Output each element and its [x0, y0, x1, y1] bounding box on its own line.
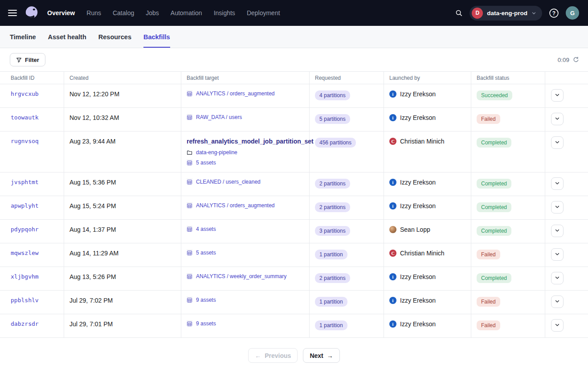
- user-avatar-icon: i: [389, 90, 396, 98]
- tab-asset-health[interactable]: Asset health: [48, 26, 86, 48]
- backfill-status-cell: Completed: [471, 172, 545, 196]
- backfill-id-link[interactable]: pdypqohr: [11, 226, 39, 233]
- svg-text:?: ?: [552, 10, 555, 16]
- row-expand-button[interactable]: [551, 248, 564, 261]
- backfill-target-link[interactable]: 5 assets: [196, 250, 216, 256]
- row-actions-cell: [545, 131, 588, 172]
- backfill-target-link[interactable]: ANALYTICS / orders_augmented: [196, 90, 275, 97]
- backfill-target-cell: 5 assets: [181, 243, 310, 267]
- topnav-right: D data-eng-prod ? G: [455, 6, 579, 21]
- nav-item-catalog[interactable]: Catalog: [113, 9, 134, 16]
- refresh-area: 0:09: [558, 57, 579, 63]
- nav-item-deployment[interactable]: Deployment: [247, 9, 280, 16]
- row-actions-cell: [545, 291, 588, 314]
- requested-cell: 2 partitions: [310, 196, 384, 219]
- search-icon[interactable]: [455, 9, 463, 17]
- backfill-target-link[interactable]: ANALYTICS / orders_augmented: [196, 202, 275, 209]
- nav-item-insights[interactable]: Insights: [214, 9, 235, 16]
- requested-cell: 1 partition: [310, 291, 384, 314]
- backfill-id-link[interactable]: jvsphtmt: [11, 179, 39, 185]
- table-icon: [187, 273, 192, 279]
- previous-page-button[interactable]: ← Previous: [248, 348, 298, 363]
- tab-backfills[interactable]: Backfills: [143, 26, 170, 48]
- user: iIzzy Erekson: [389, 297, 466, 304]
- dagster-logo[interactable]: [24, 5, 39, 21]
- chevron-down-icon: [555, 299, 560, 305]
- requested-cell: 3 partitions: [310, 220, 384, 243]
- tab-timeline[interactable]: Timeline: [10, 26, 36, 48]
- table-body: hrgvcxubNov 12, 12:20 PMANALYTICS / orde…: [0, 84, 588, 338]
- backfill-id-link[interactable]: ppblshlv: [11, 297, 39, 304]
- backfill-target-link[interactable]: 9 assets: [196, 320, 216, 327]
- overview-tabbar: TimelineAsset healthResourcesBackfills: [0, 26, 588, 48]
- refresh-icon[interactable]: [573, 57, 579, 63]
- deployment-switcher[interactable]: D data-eng-prod: [470, 6, 542, 21]
- next-page-button[interactable]: Next →: [303, 348, 339, 363]
- nav-item-overview[interactable]: Overview: [47, 9, 75, 16]
- row-expand-button[interactable]: [551, 272, 564, 284]
- backfill-target-cell: CLEANED / users_cleaned: [181, 172, 310, 196]
- backfill-target-link[interactable]: 4 assets: [196, 226, 216, 232]
- table-row: toowautkNov 12, 10:32 AMRAW_DATA / users…: [0, 108, 588, 131]
- user: Sean Lopp: [389, 226, 466, 233]
- filter-button[interactable]: Filter: [10, 53, 45, 66]
- user-avatar-icon: i: [389, 273, 396, 280]
- backfill-id-link[interactable]: rugnvsoq: [11, 138, 39, 144]
- row-expand-button[interactable]: [551, 89, 564, 102]
- pagination: ← Previous Next →: [0, 348, 588, 363]
- launched-by-cell: Sean Lopp: [384, 220, 471, 243]
- backfill-status-cell: Succeeded: [471, 84, 545, 107]
- target-line: CLEANED / users_cleaned: [187, 179, 304, 185]
- user-avatar[interactable]: G: [566, 6, 579, 20]
- created-cell: Nov 12, 10:32 AM: [64, 108, 181, 131]
- folder-icon: [187, 150, 192, 156]
- row-expand-button[interactable]: [551, 296, 564, 308]
- column-header: Launched by: [384, 72, 471, 84]
- target-line: ANALYTICS / weekly_order_summary: [187, 273, 304, 279]
- backfill-status-cell: Completed: [471, 220, 545, 243]
- backfill-target-cell: RAW_DATA / users: [181, 108, 310, 131]
- row-expand-button[interactable]: [551, 113, 564, 125]
- chevron-down-icon: [555, 92, 560, 99]
- target-line: data-eng-pipeline: [187, 149, 304, 156]
- tab-resources[interactable]: Resources: [98, 26, 131, 48]
- backfill-id-link[interactable]: dabzrsdr: [11, 320, 39, 327]
- backfill-status-cell: Failed: [471, 243, 545, 267]
- backfill-target-link[interactable]: 9 assets: [196, 297, 216, 303]
- user-name: Izzy Erekson: [400, 202, 436, 209]
- nav-item-jobs[interactable]: Jobs: [146, 9, 159, 16]
- backfill-target-job-link[interactable]: refresh_analytics_model_job_partition_se…: [187, 138, 304, 145]
- backfill-id-cell: xljbgvhm: [0, 267, 64, 290]
- backfill-target-link[interactable]: ANALYTICS / weekly_order_summary: [196, 273, 286, 279]
- requested-cell: 4 partitions: [310, 84, 384, 107]
- chevron-down-icon: [555, 181, 560, 187]
- backfill-target-link[interactable]: RAW_DATA / users: [196, 114, 242, 120]
- backfill-id-link[interactable]: apwplyht: [11, 202, 39, 209]
- column-header-actions: [545, 72, 588, 84]
- backfill-id-link[interactable]: toowautk: [11, 114, 39, 121]
- row-expand-button[interactable]: [551, 319, 564, 332]
- nav-item-automation[interactable]: Automation: [171, 9, 202, 16]
- row-expand-button[interactable]: [551, 201, 564, 213]
- backfill-target-link[interactable]: CLEANED / users_cleaned: [196, 179, 261, 185]
- help-icon[interactable]: ?: [549, 8, 559, 18]
- table-icon: [187, 160, 192, 166]
- row-expand-button[interactable]: [551, 177, 564, 190]
- row-expand-button[interactable]: [551, 225, 564, 237]
- row-actions-cell: [545, 172, 588, 196]
- hamburger-menu-icon[interactable]: [8, 10, 17, 16]
- nav-item-runs[interactable]: Runs: [86, 9, 101, 16]
- user-avatar-icon: i: [389, 202, 396, 209]
- backfill-target-link[interactable]: data-eng-pipeline: [196, 149, 237, 156]
- table-icon: [187, 320, 192, 327]
- launched-by-cell: iIzzy Erekson: [384, 291, 471, 314]
- target-line: ANALYTICS / orders_augmented: [187, 90, 304, 97]
- row-expand-button[interactable]: [551, 136, 564, 149]
- backfill-target-link[interactable]: 5 assets: [196, 160, 216, 166]
- backfill-id-link[interactable]: xljbgvhm: [11, 273, 39, 280]
- launched-by-cell: iIzzy Erekson: [384, 196, 471, 219]
- backfill-id-link[interactable]: mqwszlew: [11, 250, 39, 256]
- status-badge: Failed: [477, 320, 500, 330]
- previous-label: Previous: [265, 352, 291, 359]
- backfill-id-link[interactable]: hrgvcxub: [11, 90, 39, 97]
